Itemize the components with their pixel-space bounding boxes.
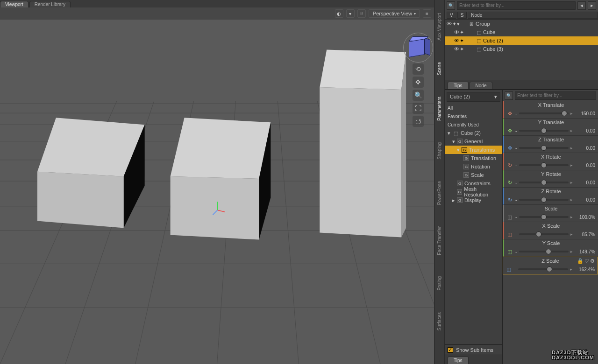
rotate-icon: ↻ bbox=[506, 161, 513, 169]
show-sub-items[interactable]: Show Sub Items bbox=[445, 344, 502, 355]
prev-match-icon[interactable]: ◄ bbox=[577, 1, 586, 10]
expand-icon[interactable]: ▾ bbox=[457, 21, 460, 27]
checkbox-icon[interactable] bbox=[448, 347, 453, 353]
svg-marker-23 bbox=[171, 176, 259, 240]
visibility-icon[interactable]: 👁 bbox=[454, 38, 459, 44]
tree-row-cube-1[interactable]: 👁✦ ⬚ Cube bbox=[445, 28, 598, 36]
cat-favorites[interactable]: Favorites bbox=[445, 112, 502, 120]
strip-scene[interactable]: Scene bbox=[437, 58, 442, 79]
strip-powerpose[interactable]: PowerPose bbox=[437, 177, 442, 209]
mesh-cube-3 bbox=[320, 49, 406, 237]
param-x-translate: X Translate ✥-▸150.00 bbox=[503, 101, 598, 119]
visibility-icon[interactable]: 👁 bbox=[454, 29, 459, 35]
slider-y-rotate[interactable] bbox=[519, 182, 569, 183]
object-selector[interactable]: Cube (2) ▾ bbox=[447, 92, 500, 102]
cat-general[interactable]: ▾GGeneral bbox=[445, 137, 502, 146]
view-cube[interactable] bbox=[406, 35, 430, 60]
visibility-icon[interactable]: 👁 bbox=[454, 46, 459, 52]
cube-icon: ⬚ bbox=[476, 47, 482, 52]
cat-scale[interactable]: GScale bbox=[445, 171, 502, 179]
tab-viewport[interactable]: Viewport bbox=[0, 1, 28, 7]
frame-icon[interactable]: ⛶ bbox=[413, 103, 424, 114]
viewport-nav-cluster: ⟲ ✥ 🔍 ⛶ ⭯ bbox=[406, 35, 430, 127]
cat-currently-used[interactable]: Currently Used bbox=[445, 120, 502, 129]
mesh-cube-2 bbox=[171, 118, 271, 239]
reset-icon[interactable]: ⭯ bbox=[413, 116, 424, 127]
cat-all[interactable]: All bbox=[445, 104, 502, 112]
zoom-icon[interactable]: 🔍 bbox=[413, 90, 424, 101]
svg-marker-24 bbox=[320, 49, 406, 89]
translate-icon: ✥ bbox=[506, 144, 513, 152]
col-node[interactable]: Node bbox=[468, 12, 598, 19]
viewport-options-icon[interactable]: ≡ bbox=[423, 9, 431, 18]
tab-render-library[interactable]: Render Library bbox=[29, 1, 71, 7]
show-sub-items-label: Show Sub Items bbox=[456, 347, 493, 353]
gear-icon[interactable]: ⚙ bbox=[590, 258, 595, 264]
translate-icon: ✥ bbox=[506, 110, 513, 117]
pan-icon[interactable]: ✥ bbox=[413, 77, 424, 88]
strip-surfaces[interactable]: Surfaces bbox=[437, 308, 442, 334]
camera-icon[interactable]: ⌗ bbox=[357, 9, 366, 18]
visibility-icon[interactable]: 👁 bbox=[447, 21, 452, 27]
param-filter-input[interactable] bbox=[515, 91, 596, 100]
floor-grid bbox=[0, 7, 434, 364]
strip-shaping[interactable]: Shaping bbox=[437, 139, 442, 163]
scale-icon: ◫ bbox=[506, 248, 513, 255]
col-v[interactable]: V bbox=[447, 12, 456, 19]
slider-x-scale[interactable] bbox=[519, 233, 569, 235]
cat-translation[interactable]: GTranslation bbox=[445, 154, 502, 162]
slider-z-translate[interactable] bbox=[519, 147, 569, 149]
shading-mode-icon[interactable]: ◐ bbox=[335, 9, 343, 18]
tab-node[interactable]: Node bbox=[470, 82, 493, 89]
slider-y-translate[interactable] bbox=[519, 130, 569, 132]
cat-mesh-resolution[interactable]: GMesh Resolution bbox=[445, 188, 502, 196]
search-icon[interactable]: 🔍 bbox=[447, 1, 455, 10]
cat-rotation[interactable]: GRotation bbox=[445, 162, 502, 171]
selectable-icon[interactable]: ✦ bbox=[460, 46, 464, 52]
slider-z-scale[interactable] bbox=[518, 268, 568, 270]
param-z-translate: Z Translate ✥-▸0.00 bbox=[503, 136, 598, 153]
scene-filter-input[interactable] bbox=[457, 1, 576, 10]
viewport-3d[interactable]: ◐ ▾ ⌗ Perspective View ▾ ≡ ⟲ ✥ 🔍 bbox=[0, 7, 434, 364]
selectable-icon[interactable]: ✦ bbox=[460, 29, 464, 35]
side-strip-left: Aux Viewport Scene Parameters Shaping Po… bbox=[434, 0, 445, 364]
selectable-icon[interactable]: ✦ bbox=[452, 21, 456, 27]
cube-icon: ⬚ bbox=[452, 131, 459, 136]
tree-row-cube-2[interactable]: 👁✦ ⬚ Cube (2) bbox=[445, 36, 598, 45]
scene-filter-row: 🔍 ◄ ► bbox=[445, 0, 598, 11]
search-icon[interactable]: 🔍 bbox=[505, 91, 513, 100]
orbit-icon[interactable]: ⟲ bbox=[413, 63, 424, 75]
slider-z-rotate[interactable] bbox=[519, 199, 569, 201]
cat-node[interactable]: ▾⬚Cube (2) bbox=[445, 129, 502, 137]
lock-icon[interactable]: 🔒 bbox=[577, 258, 584, 264]
strip-parameters[interactable]: Parameters bbox=[437, 93, 442, 125]
cat-transforms[interactable]: ▾GTransforms bbox=[445, 146, 502, 154]
tree-row-group[interactable]: 👁✦▾ ⊞ Group bbox=[445, 20, 598, 28]
next-match-icon[interactable]: ► bbox=[588, 1, 596, 10]
tree-row-cube-3[interactable]: 👁✦ ⬚ Cube (3) bbox=[445, 45, 598, 53]
scene-column-header: V S Node bbox=[445, 11, 598, 20]
slider-y-scale[interactable] bbox=[519, 251, 569, 252]
param-z-rotate: Z Rotate ↻-▸0.00 bbox=[503, 188, 598, 205]
rotate-icon: ↻ bbox=[506, 196, 513, 203]
strip-posing[interactable]: Posing bbox=[437, 273, 442, 294]
selectable-icon[interactable]: ✦ bbox=[460, 38, 464, 44]
slider-x-rotate[interactable] bbox=[519, 164, 569, 166]
col-s[interactable]: S bbox=[457, 12, 467, 19]
favorite-icon[interactable]: ♡ bbox=[584, 258, 589, 264]
tree-label: Group bbox=[476, 21, 490, 27]
watermark: DAZ3D下载站 DAZ3DDL.COM bbox=[552, 350, 594, 360]
category-panel: Cube (2) ▾ All Favorites Currently Used … bbox=[445, 90, 503, 364]
tab-tips[interactable]: Tips bbox=[448, 82, 469, 89]
bottom-tab-tips[interactable]: Tips bbox=[448, 357, 469, 364]
strip-face-transfer[interactable]: Face Transfer bbox=[437, 223, 442, 259]
slider-x-translate[interactable] bbox=[519, 112, 569, 114]
mid-tabs: Tips Node bbox=[445, 80, 598, 90]
camera-dropdown[interactable]: Perspective View ▾ bbox=[369, 9, 420, 18]
viewport-toolbar: ◐ ▾ ⌗ Perspective View ▾ ≡ bbox=[0, 7, 434, 20]
strip-aux-viewport[interactable]: Aux Viewport bbox=[437, 9, 442, 44]
slider-scale[interactable] bbox=[519, 216, 569, 218]
draw-style-icon[interactable]: ▾ bbox=[346, 9, 355, 18]
chevron-down-icon: ▾ bbox=[414, 12, 416, 16]
param-y-translate: Y Translate ✥-▸0.00 bbox=[503, 119, 598, 136]
